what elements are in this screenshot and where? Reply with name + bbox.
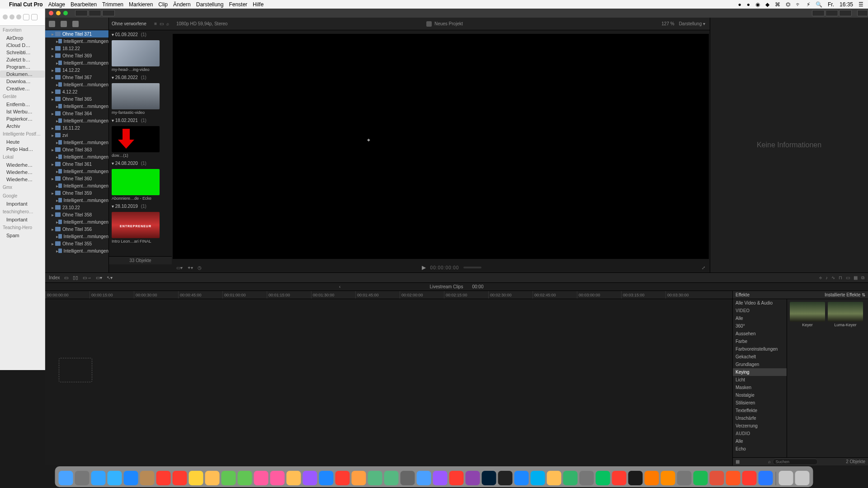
back-button[interactable]	[23, 14, 29, 20]
enhance-tool-icon[interactable]: ✦▾	[187, 265, 193, 270]
library-item[interactable]: ▸Ohne Titel 363	[45, 146, 108, 153]
library-item[interactable]: ▸Ohne Titel 369	[45, 52, 108, 59]
dock-app-vlc[interactable]	[645, 471, 659, 485]
library-item[interactable]: ▸Intelligent…mmlungen	[45, 233, 108, 240]
skimming-icon[interactable]: ⎆	[819, 275, 822, 281]
dock-app-aktien[interactable]	[661, 471, 675, 485]
dock-app-launchpad[interactable]	[75, 471, 90, 485]
titles-tab-icon[interactable]	[72, 21, 79, 27]
dock-app-bluetooth[interactable]	[759, 471, 773, 485]
library-item[interactable]: ▸Ohne Titel 358	[45, 211, 108, 218]
dock-app-app[interactable]	[580, 471, 594, 485]
dock-app-mail[interactable]	[108, 471, 122, 485]
traffic-dot[interactable]	[9, 14, 14, 19]
menubar-extra-icon[interactable]: ☰	[859, 1, 863, 8]
effect-category[interactable]: Nostalgie	[733, 391, 787, 399]
menu-hilfe[interactable]: Hilfe	[253, 1, 264, 8]
library-item[interactable]: ▸Intelligent…mmlungen	[45, 103, 108, 110]
effect-thumbnail[interactable]: Keyer	[790, 302, 825, 327]
timeline[interactable]: 00:00:00:0000:00:15:0000:00:30:0000:00:4…	[45, 291, 732, 465]
clip-thumbnail[interactable]: my-fantastic-video	[112, 83, 169, 115]
transitions-browser-icon[interactable]: ⧉	[861, 275, 864, 281]
overwrite-clip-icon[interactable]: ▭▾	[96, 275, 102, 280]
effect-category[interactable]: Aussehen	[733, 330, 787, 338]
dock-app-vorschau[interactable]	[205, 471, 220, 485]
project-name-label[interactable]: Neues Projekt	[434, 21, 463, 26]
menu-markieren[interactable]: Markieren	[129, 1, 153, 8]
dock-papierkorb[interactable]	[795, 471, 810, 485]
library-item[interactable]: ▸Intelligent…mmlungen	[45, 139, 108, 146]
browser-date-header[interactable]: ▾ 28.10.2019 (1)	[109, 202, 172, 211]
effects-mode-menu[interactable]: Installierte Effekte ⇅	[825, 292, 865, 297]
clip-thumbnail[interactable]: ENTREPRENEURIntro Leon…ari FINAL	[112, 212, 169, 244]
dock-app-finder[interactable]	[59, 471, 73, 485]
effect-category[interactable]: Alle	[733, 437, 787, 445]
browser-date-header[interactable]: ▾ 01.09.2022 (1)	[109, 30, 172, 39]
library-item[interactable]: ▸Intelligent…mmlungen	[45, 153, 108, 160]
dock-app-photoshop[interactable]	[449, 471, 464, 485]
effect-category[interactable]: Alle Video & Audio	[733, 299, 787, 307]
dock-app-numbers[interactable]	[335, 471, 350, 485]
minimize-button[interactable]	[56, 11, 61, 15]
menu-clip[interactable]: Clip	[158, 1, 168, 8]
finder-sidebar-item[interactable]: AirDrop	[0, 34, 45, 42]
toolbar-segment[interactable]	[812, 10, 825, 16]
library-item[interactable]: ▸Intelligent…mmlungen	[45, 81, 108, 88]
library-item[interactable]: ▸Ohne Titel 360	[45, 175, 108, 182]
solo-icon[interactable]: ∿	[831, 275, 835, 281]
share-button[interactable]	[857, 10, 868, 16]
dock-app-garageband[interactable]	[417, 471, 431, 485]
dock-app-karten[interactable]	[368, 471, 382, 485]
library-item[interactable]: ▸Intelligent…mmlungen	[45, 59, 108, 66]
statusbar-icon[interactable]: ◉	[755, 1, 760, 8]
menu-darstellung[interactable]: Darstellung	[196, 1, 224, 8]
statusbar-icon[interactable]: ⌘	[775, 1, 780, 8]
effects-browser-icon[interactable]: ▦	[854, 275, 858, 281]
menu-ablage[interactable]: Ablage	[48, 1, 65, 8]
browser-date-header[interactable]: ▾ 18.02.2021 (1)	[109, 116, 172, 125]
library-item[interactable]: ▸Ohne Titel 356	[45, 225, 108, 233]
statusbar-icon[interactable]: 🔍	[816, 1, 822, 8]
dock-app-musik[interactable]	[222, 471, 236, 485]
dock-app-pages[interactable]	[319, 471, 334, 485]
clip-thumbnail[interactable]: my-head-…ing-video	[112, 40, 169, 72]
browser-date-header[interactable]: ▾ 24.08.2020 (1)	[109, 159, 172, 168]
finder-sidebar-item[interactable]: iCloud D…	[0, 42, 45, 49]
library-item[interactable]: ▸18.12.22	[45, 45, 108, 52]
dock-app-bildschirm[interactable]	[482, 471, 496, 485]
effect-category[interactable]: Masken	[733, 384, 787, 391]
effects-library-icon[interactable]: ▦	[736, 459, 740, 464]
timeline-history-back[interactable]: ‹	[339, 284, 340, 289]
dock-app-kontakte[interactable]	[140, 471, 155, 485]
dock-app-nachrichten[interactable]	[270, 471, 285, 485]
dock-app-photobooth[interactable]	[433, 471, 448, 485]
snap-icon[interactable]: ⊓	[839, 275, 842, 281]
effect-category[interactable]: Echo	[733, 445, 787, 453]
dock-app-imovie[interactable]	[401, 471, 415, 485]
dock-app-evernote[interactable]	[693, 471, 708, 485]
effect-category[interactable]: 360°	[733, 322, 787, 330]
finder-sidebar-item[interactable]: Zuletzt b…	[0, 56, 45, 63]
effect-thumbnail[interactable]: Luma-Keyer	[828, 302, 863, 327]
photos-tab-icon[interactable]	[61, 21, 67, 27]
dock-app-terminal[interactable]	[466, 471, 480, 485]
append-clip-icon[interactable]: ▭→	[83, 275, 91, 280]
dock-app-safari[interactable]	[124, 471, 138, 485]
retime-tool-icon[interactable]: ◷	[198, 265, 202, 270]
library-tab-icon[interactable]	[49, 21, 55, 27]
dock-app-app[interactable]	[742, 471, 757, 485]
dock-app-facetime[interactable]	[287, 471, 301, 485]
dock-app-keynote[interactable]	[352, 471, 366, 485]
finder-sidebar-item[interactable]: Spam	[0, 232, 45, 239]
library-item[interactable]: ▸23.10.22	[45, 204, 108, 211]
zoom-level-menu[interactable]: 127 %	[661, 21, 674, 26]
toolbar-segment[interactable]	[839, 10, 852, 16]
search-icon[interactable]: ⌕	[166, 21, 169, 26]
dock-app-app[interactable]	[677, 471, 692, 485]
browser-date-header[interactable]: ▾ 26.08.2022 (1)	[109, 73, 172, 82]
filmstrip-icon[interactable]: ▭	[160, 21, 164, 26]
dock-app-wechat[interactable]	[563, 471, 578, 485]
dock-app-vscode[interactable]	[612, 471, 627, 485]
viewer-canvas[interactable]: ⌖	[173, 34, 709, 259]
zoom-button[interactable]	[63, 11, 68, 15]
